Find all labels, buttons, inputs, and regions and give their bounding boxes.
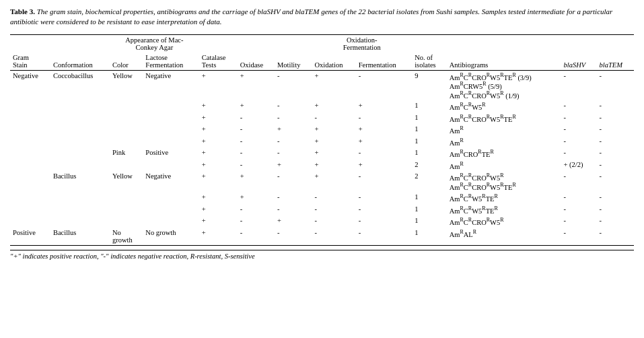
col-lactose: LactoseFermentation xyxy=(143,53,199,71)
data-row-4: + - + + + 1 AmR - - xyxy=(10,124,634,136)
cell-cat-6: + xyxy=(199,147,238,160)
cell-shv-8: - xyxy=(561,171,596,192)
cell-lac-1: Negative xyxy=(143,70,199,100)
cell-mot-5: - xyxy=(275,136,312,148)
cell-shv-9: - xyxy=(561,192,596,204)
cell-oxid-2: + xyxy=(312,100,355,112)
cell-shv-5: - xyxy=(561,136,596,148)
cell-cat-2: + xyxy=(199,100,238,112)
cell-lac-8: Negative xyxy=(143,171,199,192)
col-antibiograms: Antibiograms xyxy=(447,34,561,70)
cell-shv-10: - xyxy=(561,204,596,216)
cell-ferm-9: - xyxy=(356,192,413,204)
cell-shv-11: - xyxy=(561,215,596,228)
cell-ox-10: - xyxy=(238,204,275,216)
cell-mot-6: - xyxy=(275,147,312,160)
cell-ox-8: + xyxy=(238,171,275,192)
cell-mot-7: + xyxy=(275,160,312,172)
col-oxidation: Oxidation xyxy=(312,53,355,71)
cell-ferm-4: + xyxy=(356,124,413,136)
cell-anti-4: AmR xyxy=(447,124,561,136)
data-row-1: Negative Coccobacillus Yellow Negative +… xyxy=(10,70,634,100)
cell-cat-7: + xyxy=(199,160,238,172)
cell-oxid-10: - xyxy=(312,204,355,216)
cell-no-10: 1 xyxy=(412,204,447,216)
cell-cat-11: + xyxy=(199,215,238,228)
cell-no-3: 1 xyxy=(412,112,447,125)
cell-anti-6: AmRCRORTER xyxy=(447,147,561,160)
cell-anti-5: AmR xyxy=(447,136,561,148)
col-blashv: blaSHV xyxy=(561,34,596,70)
cell-mot-12: - xyxy=(275,228,312,246)
cell-cat-12: + xyxy=(199,228,238,246)
data-row-10: + - - - - 1 AmRCRW5RTER - - xyxy=(10,204,634,216)
cell-oxid-12: - xyxy=(312,228,355,246)
cell-shv-4: - xyxy=(561,124,596,136)
data-row-7: + - + + + 2 AmR + (2/2) - xyxy=(10,160,634,172)
col-blatem: blaTEM xyxy=(597,34,634,70)
cell-oxid-4: + xyxy=(312,124,355,136)
cell-oxid-1: + xyxy=(312,70,355,100)
cell-cat-3: + xyxy=(199,112,238,125)
cell-anti-12: AmRALR xyxy=(447,228,561,246)
cell-mot-4: + xyxy=(275,124,312,136)
cell-mot-9: - xyxy=(275,192,312,204)
cell-cat-10: + xyxy=(199,204,238,216)
cell-shv-7: + (2/2) xyxy=(561,160,596,172)
cell-conf-8: Bacillus xyxy=(50,171,110,192)
cell-shv-1: - xyxy=(561,70,596,100)
col-no-isolates: No. ofisolates xyxy=(412,34,447,70)
cell-ox-7: - xyxy=(238,160,275,172)
cell-tem-10: - xyxy=(597,204,634,216)
cell-lac-6: Positive xyxy=(143,147,199,160)
cell-no-4: 1 xyxy=(412,124,447,136)
data-row-9: + + - - - 1 AmRCRW5RTER - - xyxy=(10,192,634,204)
cell-ox-5: - xyxy=(238,136,275,148)
col-ox-ferm: Oxidation-Fermentation xyxy=(312,34,412,53)
cell-ferm-8: - xyxy=(356,171,413,192)
col-motility: Motility xyxy=(275,34,312,70)
cell-color-8: Yellow xyxy=(110,171,143,192)
cell-mot-2: - xyxy=(275,100,312,112)
cell-ox-3: - xyxy=(238,112,275,125)
cell-no-2: 1 xyxy=(412,100,447,112)
cell-tem-7: - xyxy=(597,160,634,172)
cell-cat-4: + xyxy=(199,124,238,136)
cell-no-11: 1 xyxy=(412,215,447,228)
cell-mot-8: - xyxy=(275,171,312,192)
data-row-6: Pink Positive + - - + - 1 AmRCRORTER - - xyxy=(10,147,634,160)
cell-color-12: Nogrowth xyxy=(110,228,143,246)
cell-oxid-11: - xyxy=(312,215,355,228)
data-row-2: + + - + + 1 AmRCRW5R - - xyxy=(10,100,634,112)
cell-shv-3: - xyxy=(561,112,596,125)
col-conformation: Conformation xyxy=(50,34,110,70)
cell-tem-2: - xyxy=(597,100,634,112)
cell-ferm-5: + xyxy=(356,136,413,148)
cell-anti-2: AmRCRW5R xyxy=(447,100,561,112)
data-row-3: + - - - - 1 AmRCRCRORW5RTER - - xyxy=(10,112,634,125)
cell-anti-7: AmR xyxy=(447,160,561,172)
cell-shv-2: - xyxy=(561,100,596,112)
cell-tem-1: - xyxy=(597,70,634,100)
table-caption: Table 3. The gram stain, biochemical pro… xyxy=(10,7,634,28)
col-oxidase: Oxidase xyxy=(238,34,275,70)
cell-cat-9: + xyxy=(199,192,238,204)
cell-tem-3: - xyxy=(597,112,634,125)
cell-tem-4: - xyxy=(597,124,634,136)
cell-gram-12: Positive xyxy=(10,228,50,246)
cell-ox-12: - xyxy=(238,228,275,246)
cell-cat-1: + xyxy=(199,70,238,100)
table-footnote: "+" indicates positive reaction, "-" ind… xyxy=(10,250,634,260)
cell-lac-12: No growth xyxy=(143,228,199,246)
cell-mot-10: - xyxy=(275,204,312,216)
col-color: Color xyxy=(110,53,143,71)
cell-no-6: 1 xyxy=(412,147,447,160)
cell-ox-6: - xyxy=(238,147,275,160)
cell-no-8: 2 xyxy=(412,171,447,192)
cell-color-1: Yellow xyxy=(110,70,143,100)
cell-anti-8: AmRCRCRORW5R AmRCRCRORW5RTER xyxy=(447,171,561,192)
cell-anti-10: AmRCRW5RTER xyxy=(447,204,561,216)
cell-oxid-3: - xyxy=(312,112,355,125)
data-row-5: + - - + + 1 AmR - - xyxy=(10,136,634,148)
cell-ferm-6: - xyxy=(356,147,413,160)
